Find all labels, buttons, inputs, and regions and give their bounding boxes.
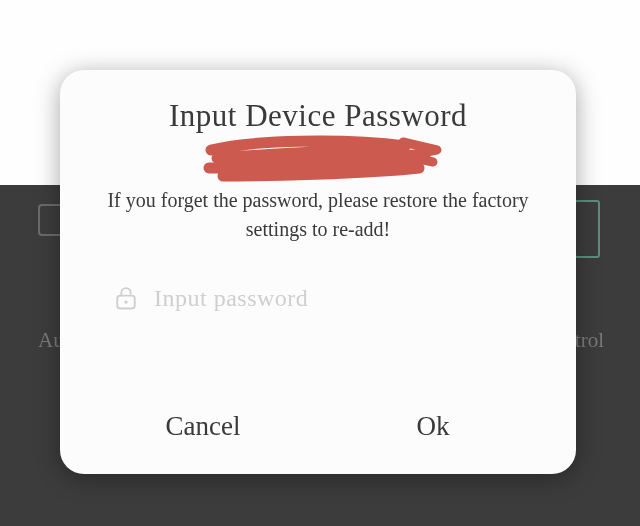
lock-icon <box>112 284 140 312</box>
background-right-label: trol <box>575 328 604 353</box>
svg-point-1 <box>124 300 127 303</box>
scribble-icon <box>193 132 443 184</box>
password-input[interactable] <box>154 285 548 312</box>
background-right-icon <box>574 200 600 258</box>
password-dialog: Input Device Password If you forget the … <box>60 70 576 474</box>
cancel-button[interactable]: Cancel <box>88 378 318 474</box>
dialog-button-row: Cancel Ok <box>88 378 548 474</box>
password-input-row <box>88 284 548 312</box>
ok-button[interactable]: Ok <box>318 378 548 474</box>
redacted-scribble <box>88 136 548 180</box>
dialog-message: If you forget the password, please resto… <box>88 186 548 244</box>
dialog-title: Input Device Password <box>88 98 548 134</box>
